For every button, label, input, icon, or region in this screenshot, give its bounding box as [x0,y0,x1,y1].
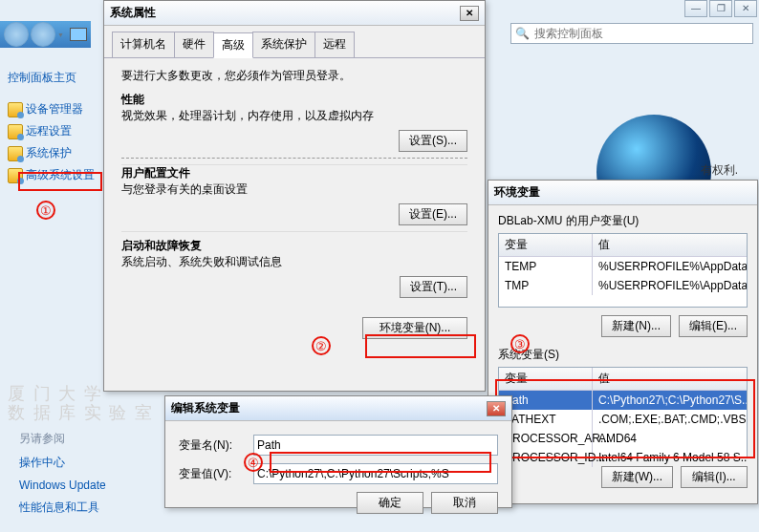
var-name-input[interactable] [253,435,498,456]
perf-desc: 视觉效果，处理器计划，内存使用，以及虚拟内存 [121,108,467,124]
system-properties-dialog: 系统属性 ✕ 计算机名 硬件 高级 系统保护 远程 要进行大多数更改，您必须作为… [103,0,486,392]
dialog-title-bar: 编辑系统变量 ✕ [165,396,511,421]
shield-icon [8,146,23,161]
col-value[interactable]: 值 [593,234,747,256]
back-button[interactable] [4,22,29,47]
col-variable[interactable]: 变量 [499,234,593,256]
user-edit-button[interactable]: 编辑(E)... [679,315,748,337]
startup-desc: 系统启动、系统失败和调试信息 [121,254,467,270]
dialog-title: 系统属性 [110,5,460,21]
list-item[interactable]: PathC:\Python27\;C:\Python27\S... [499,391,747,410]
col-variable[interactable]: 变量 [499,368,593,390]
watermark-line2: 数 据 库 实 验 室 [8,401,154,424]
shield-icon [8,102,23,117]
cancel-button[interactable]: 取消 [431,492,498,514]
annotation-4: ④ [244,453,263,472]
profiles-desc: 与您登录有关的桌面设置 [121,181,467,198]
list-item[interactable]: TEMP%USERPROFILE%\AppData\Local [499,257,747,276]
sys-new-button[interactable]: 新建(W)... [601,466,673,488]
see-also-link[interactable]: 性能信息和工具 [19,496,106,520]
dialog-title: 环境变量 [494,184,751,201]
edit-var-dialog: 编辑系统变量 ✕ 变量名(N): 变量值(V): 确定取消 [164,395,512,508]
maximize-button[interactable]: ❐ [709,0,732,17]
sidebar-item-label: 高级系统设置 [26,167,95,183]
annotation-3: ③ [510,334,530,353]
close-icon[interactable]: ✕ [460,6,479,21]
var-value-input[interactable] [253,463,498,484]
forward-button[interactable] [31,22,55,47]
profiles-heading: 用户配置文件 [121,166,190,180]
user-vars-group-label: DBLab-XMU 的用户变量(U) [498,213,748,229]
see-also-title: 另请参阅 [19,431,106,447]
startup-settings-button[interactable]: 设置(T)... [400,276,467,298]
close-icon[interactable]: ✕ [487,401,506,416]
rights-text: 有权利. [701,162,738,179]
list-item[interactable]: PROCESSOR_ID...Intel64 Family 6 Model 58… [499,448,747,467]
see-also-link[interactable]: 操作中心 [19,451,106,475]
tab-protection[interactable]: 系统保护 [252,32,315,57]
var-name-label: 变量名(N): [179,437,253,454]
sidebar-item-label: 系统保护 [26,145,72,161]
explorer-toolbar: ▼ [0,21,91,48]
list-item[interactable]: PATHEXT.COM;.EXE;.BAT;.CMD;.VBS;... [499,410,747,429]
ok-button[interactable]: 确定 [357,492,423,514]
sys-edit-button[interactable]: 编辑(I)... [681,466,748,488]
perf-settings-button[interactable]: 设置(S)... [399,130,467,152]
perf-heading: 性能 [121,93,144,106]
list-item[interactable]: TMP%USERPROFILE%\AppData\Local [499,276,747,295]
startup-heading: 启动和故障恢复 [121,239,202,252]
dialog-title-bar: 系统属性 ✕ [104,1,485,26]
sidebar-item-advanced[interactable]: 高级系统设置 [8,164,98,186]
shield-icon [8,124,23,139]
close-button[interactable]: ✕ [734,0,757,17]
tab-remote[interactable]: 远程 [314,32,355,57]
tabs: 计算机名 硬件 高级 系统保护 远程 [104,26,485,58]
admin-note: 要进行大多数更改，您必须作为管理员登录。 [121,68,467,84]
dialog-title: 编辑系统变量 [171,400,487,416]
control-panel-home[interactable]: 控制面板主页 [8,67,98,89]
col-value[interactable]: 值 [593,368,747,390]
list-item[interactable]: PROCESSOR_AR...AMD64 [499,429,747,448]
history-dropdown-icon[interactable]: ▼ [57,32,64,38]
search-icon: 🔍 [511,27,532,40]
tab-advanced[interactable]: 高级 [213,32,253,58]
search-input[interactable] [532,25,752,42]
env-vars-button[interactable]: 环境变量(N)... [362,317,467,339]
annotation-2: ② [312,336,331,355]
tab-computer-name[interactable]: 计算机名 [112,32,175,57]
tab-hardware[interactable]: 硬件 [174,32,214,57]
sidebar: 控制面板主页 设备管理器 远程设置 系统保护 高级系统设置 [8,67,98,186]
annotation-1: ① [36,201,55,220]
dialog-title-bar: 环境变量 [488,181,757,205]
sidebar-item-label: 远程设置 [26,123,72,139]
minimize-button[interactable]: — [684,0,707,17]
search-field[interactable]: 🔍 [510,23,753,44]
sys-vars-group-label: 系统变量(S) [498,347,748,363]
see-also: 另请参阅 操作中心 Windows Update 性能信息和工具 [19,428,106,522]
sidebar-item-protection[interactable]: 系统保护 [8,142,98,164]
shield-icon [8,168,23,183]
sidebar-item-label: 设备管理器 [26,101,83,117]
user-vars-list: 变量值 TEMP%USERPROFILE%\AppData\Local TMP%… [498,233,748,308]
shell-window-controls: — ❐ ✕ [684,0,757,17]
sidebar-item-remote[interactable]: 远程设置 [8,120,98,142]
sidebar-item-device-manager[interactable]: 设备管理器 [8,98,98,120]
profiles-settings-button[interactable]: 设置(E)... [399,203,467,225]
computer-icon [70,28,87,41]
var-value-label: 变量值(V): [179,466,253,482]
sys-vars-list: 变量值 PathC:\Python27\;C:\Python27\S... PA… [498,367,748,458]
see-also-link[interactable]: Windows Update [19,475,106,496]
user-new-button[interactable]: 新建(N)... [601,315,671,337]
